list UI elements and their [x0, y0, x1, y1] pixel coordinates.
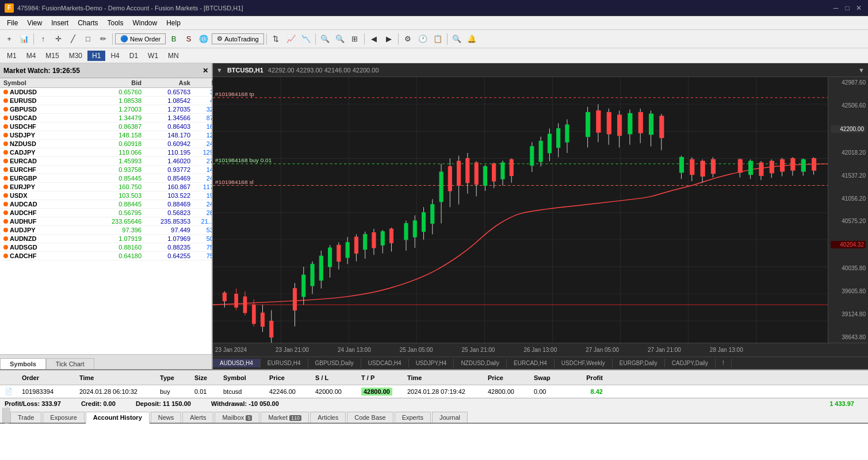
market-watch-row[interactable]: CADJPY 110.066 110.195 129	[0, 148, 212, 157]
terminal-label[interactable]: Terminal	[2, 408, 10, 423]
symbol-tab-eurusd[interactable]: EURUSD,H4	[261, 359, 308, 367]
buy-icon[interactable]: B	[167, 33, 181, 45]
menu-item-window[interactable]: Window	[128, 18, 162, 28]
menu-item-insert[interactable]: Insert	[47, 18, 73, 28]
market-watch-row[interactable]: EURCHF 0.93758 0.93772 14	[0, 166, 212, 174]
nav-left-icon[interactable]: ◀	[367, 33, 381, 45]
new-order-button[interactable]: 🔵 New Order	[115, 33, 166, 44]
bottom-tab-articles[interactable]: Articles	[310, 412, 346, 423]
tf-h4[interactable]: H4	[106, 51, 124, 61]
order-col-closeprice: Price	[488, 374, 534, 381]
tf-m15[interactable]: M15	[41, 51, 63, 61]
market-watch-row[interactable]: USDCAD 1.34479 1.34566 87	[0, 114, 212, 122]
symbol-tab-nzdusd[interactable]: NZDUSD,Daily	[454, 359, 507, 367]
auto-trading-button[interactable]: ⚙ AutoTrading	[212, 33, 264, 44]
tf-m4[interactable]: M4	[22, 51, 41, 61]
symbol-tab-eurcad[interactable]: EURCAD,H4	[507, 359, 555, 367]
menu-item-charts[interactable]: Charts	[73, 18, 102, 28]
chart-dropdown-icon[interactable]: ▼	[858, 67, 865, 74]
tools-icon3[interactable]: 📉	[299, 33, 313, 45]
tf-mn[interactable]: MN	[163, 51, 183, 61]
symbol-tab-more[interactable]: !	[716, 359, 732, 367]
symbol-bid: 0.64180	[90, 252, 142, 259]
tf-h1[interactable]: H1	[87, 51, 105, 61]
template-icon[interactable]: 📋	[431, 33, 445, 45]
market-watch-row[interactable]: AUDCAD 0.88445 0.88469 24	[0, 200, 212, 209]
symbol-tab-eurgbp[interactable]: EURGBP,Daily	[613, 359, 665, 367]
zoom-out-icon[interactable]: 🔍	[333, 33, 347, 45]
bottom-tab-market[interactable]: Market 110	[261, 412, 309, 423]
market-watch-row[interactable]: AUDUSD 0.65760 0.65763 3	[0, 88, 212, 97]
market-watch-row[interactable]: GBPUSD 1.27003 1.27035 32	[0, 105, 212, 114]
close-mw-btn[interactable]: ✕	[202, 67, 208, 75]
tools-icon2[interactable]: 📈	[284, 33, 298, 45]
market-watch-row[interactable]: AUDCHF 0.56795 0.56823 28	[0, 209, 212, 217]
pencil-btn[interactable]: ✏	[96, 33, 110, 45]
market-watch-row[interactable]: EURGBP 0.85445 0.85469 24	[0, 174, 212, 183]
symbol-tab-cadjpy[interactable]: CADJPY,Daily	[665, 359, 716, 367]
bottom-tab-news[interactable]: News	[151, 412, 182, 423]
globe-icon[interactable]: 🌐	[197, 33, 211, 45]
mw-tab-symbols[interactable]: Symbols	[0, 358, 46, 369]
tf-m30[interactable]: M30	[64, 51, 87, 61]
market-watch-row[interactable]: NZDUSD 0.60918 0.60942 24	[0, 140, 212, 148]
sell-icon[interactable]: S	[182, 33, 196, 45]
menu-item-help[interactable]: Help	[162, 18, 185, 28]
market-watch-row[interactable]: AUDSGD 0.88160 0.88235 75	[0, 243, 212, 252]
bottom-tab-trade[interactable]: Trade	[10, 412, 41, 423]
bottom-tab-codebase[interactable]: Code Base	[347, 412, 393, 423]
bottom-tab-alerts[interactable]: Alerts	[182, 412, 213, 423]
symbol-tab-gbpusd[interactable]: GBPUSD,Daily	[308, 359, 361, 367]
content-area: Market Watch: 19:26:55 ✕ Symbol Bid Ask …	[0, 63, 868, 369]
search-icon[interactable]: 🔍	[450, 33, 464, 45]
bottom-tab-journal[interactable]: Journal	[432, 412, 468, 423]
zoom-in-icon[interactable]: 🔍	[318, 33, 332, 45]
market-watch-row[interactable]: EURUSD 1.08538 1.08542 4	[0, 97, 212, 105]
grid-icon[interactable]: ⊞	[348, 33, 362, 45]
maximize-button[interactable]: □	[843, 3, 852, 13]
market-watch-row[interactable]: AUDJPY 97.396 97.449 53	[0, 226, 212, 235]
market-watch-row[interactable]: EURJPY 160.750 160.867 117	[0, 183, 212, 191]
market-watch-row[interactable]: AUDHUF 233.65646 235.85353 21...	[0, 217, 212, 226]
line-btn[interactable]: ╱	[66, 33, 80, 45]
chart-btn[interactable]: 📊	[17, 33, 31, 45]
tools-icon1[interactable]: ⇅	[269, 33, 283, 45]
square-btn[interactable]: □	[81, 33, 95, 45]
plus-btn[interactable]: +	[2, 33, 16, 45]
bottom-tab-experts[interactable]: Experts	[395, 412, 431, 423]
symbol-tab-usdjpy[interactable]: USDJPY,H4	[409, 359, 454, 367]
tf-m1[interactable]: M1	[2, 51, 21, 61]
close-button[interactable]: ✕	[854, 3, 863, 13]
symbol-tab-usdchf[interactable]: USDCHF,Weekly	[555, 359, 613, 367]
order-close-price: 42800.00	[488, 388, 534, 395]
market-watch-row[interactable]: CADCHF 0.64180 0.64255 75	[0, 252, 212, 260]
chart-canvas-area[interactable]: #101984168 tp #101984168 buy 0.01 #10198…	[213, 77, 868, 343]
minimize-button[interactable]: ─	[831, 3, 840, 13]
menu-item-file[interactable]: File	[2, 18, 22, 28]
crosshair-btn[interactable]: ✛	[51, 33, 65, 45]
menu-item-view[interactable]: View	[22, 18, 47, 28]
clock-icon[interactable]: 🕐	[416, 33, 430, 45]
arrow-btn[interactable]: ↑	[36, 33, 50, 45]
market-watch-row[interactable]: USDCHF 0.86387 0.86403 16	[0, 122, 212, 131]
settings-icon[interactable]: ⚙	[401, 33, 415, 45]
bottom-tab-mailbox[interactable]: Mailbox 5	[215, 412, 259, 423]
nav-right-icon[interactable]: ▶	[382, 33, 396, 45]
market-watch-row[interactable]: USDJPY 148.158 148.170 12	[0, 131, 212, 140]
bottom-tab-exposure[interactable]: Exposure	[43, 412, 84, 423]
symbol-bid: 0.88160	[90, 244, 142, 251]
symbol-tab-audusd[interactable]: AUDUSD,H4	[213, 359, 261, 367]
mw-tab-tickchart[interactable]: Tick Chart	[46, 358, 94, 369]
symbol-tab-usdcad[interactable]: USDCAD,H4	[361, 359, 409, 367]
market-watch-row[interactable]: EURCAD 1.45993 1.46020 27	[0, 157, 212, 166]
market-watch-row[interactable]: AUDNZD 1.07919 1.07969 50	[0, 235, 212, 243]
tf-d1[interactable]: D1	[125, 51, 143, 61]
notification-icon[interactable]: 🔔	[465, 33, 479, 45]
order-col-order: Order	[22, 374, 79, 381]
menu-item-tools[interactable]: Tools	[103, 18, 128, 28]
tf-w1[interactable]: W1	[143, 51, 163, 61]
bottom-tab-account-history[interactable]: Account History	[86, 412, 150, 424]
symbol-name: USDCAD	[3, 114, 90, 121]
svg-rect-120	[711, 159, 715, 174]
market-watch-row[interactable]: USDX 103.503 103.522 19	[0, 191, 212, 200]
